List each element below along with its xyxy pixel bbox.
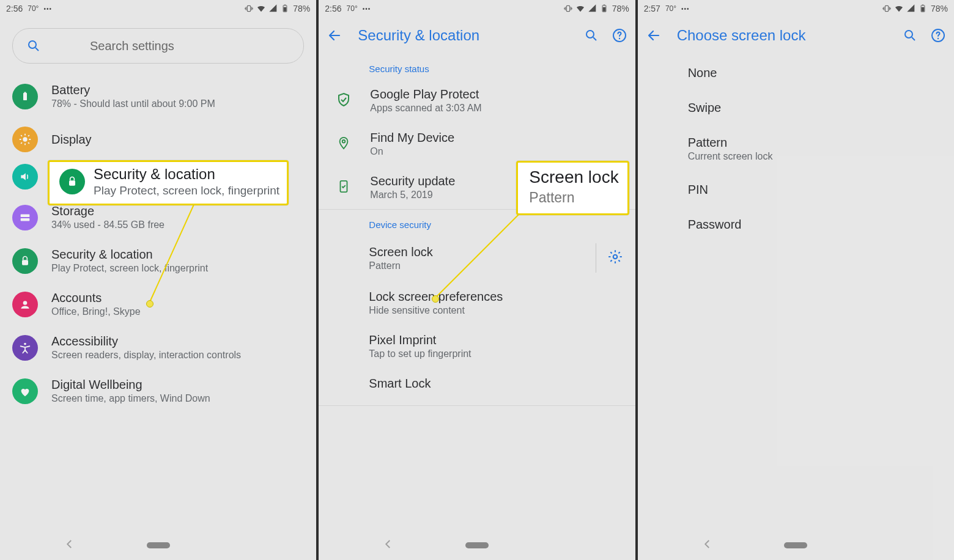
svg-rect-10 <box>22 260 28 265</box>
battery-icon <box>281 4 290 13</box>
item-title: Find My Device <box>370 131 454 145</box>
option-password[interactable]: Password <box>638 205 954 240</box>
search-button[interactable] <box>903 28 917 43</box>
cell-signal-icon <box>268 4 278 13</box>
item-title: Security update <box>370 174 455 188</box>
settings-item-battery[interactable]: Battery 78% - Should last until about 9:… <box>0 75 316 118</box>
option-title: None <box>688 66 942 80</box>
svg-point-19 <box>586 31 594 38</box>
svg-rect-0 <box>248 6 251 11</box>
item-title: Pixel Imprint <box>369 333 623 347</box>
search-settings[interactable]: Search settings <box>12 28 304 64</box>
help-button[interactable] <box>612 28 627 43</box>
wifi-icon <box>575 4 585 13</box>
display-icon <box>12 127 38 152</box>
callout-screen-lock: Screen lock Pattern <box>516 161 629 215</box>
option-pattern[interactable]: Pattern Current screen lock <box>638 123 954 171</box>
item-title: Storage <box>51 204 165 218</box>
item-title: Smart Lock <box>369 377 623 391</box>
item-find-my-device[interactable]: Find My Device On <box>319 122 635 166</box>
svg-rect-8 <box>21 214 30 217</box>
help-button[interactable] <box>931 28 945 43</box>
item-screen-lock[interactable]: Screen lock Pattern <box>319 235 635 281</box>
settings-item-display[interactable]: Display <box>0 118 316 161</box>
svg-point-21 <box>618 38 619 39</box>
cell-signal-icon <box>588 4 597 13</box>
battery-icon <box>600 4 610 13</box>
svg-point-4 <box>29 41 36 48</box>
status-time: 2:56 <box>325 4 341 13</box>
item-smart-lock[interactable]: Smart Lock <box>319 368 635 399</box>
callout-subtitle: Play Protect, screen lock, fingerprint <box>94 184 279 197</box>
status-bar: 2:56 70° ••• 78% <box>319 0 635 17</box>
svg-rect-13 <box>69 180 75 185</box>
option-none[interactable]: None <box>638 54 954 89</box>
settings-item-security-location[interactable]: Security & location Play Protect, screen… <box>0 239 316 282</box>
nav-back-icon[interactable] <box>383 539 394 553</box>
status-battery-pct: 78% <box>293 4 310 13</box>
item-google-play-protect[interactable]: Google Play Protect Apps scanned at 3:03… <box>319 79 635 122</box>
nav-home-pill[interactable] <box>147 542 170 548</box>
gear-icon[interactable] <box>607 249 623 267</box>
svg-rect-9 <box>21 218 30 221</box>
item-subtitle: Tap to set up fingerprint <box>369 348 623 359</box>
item-lock-screen-preferences[interactable]: Lock screen preferences Hide sensitive c… <box>319 281 635 325</box>
svg-rect-2 <box>284 7 287 12</box>
item-subtitle: Pattern <box>369 260 595 271</box>
search-button[interactable] <box>584 28 599 43</box>
svg-point-32 <box>937 38 939 39</box>
cell-signal-icon <box>906 4 916 13</box>
nav-back-icon[interactable] <box>702 539 713 553</box>
item-subtitle: Screen time, app timers, Wind Down <box>51 393 210 404</box>
wifi-icon <box>894 4 904 13</box>
svg-point-12 <box>24 342 26 345</box>
nav-home-pill[interactable] <box>784 542 807 548</box>
section-security-status: Security status <box>319 54 635 79</box>
option-title: Pattern <box>688 136 942 150</box>
shield-check-icon <box>336 92 351 110</box>
option-swipe[interactable]: Swipe <box>638 89 954 123</box>
phone-choose-screen-lock: 2:57 70° ••• 78% Choose screen lock <box>638 0 954 560</box>
item-subtitle: March 5, 2019 <box>370 190 455 201</box>
item-title: Accounts <box>51 291 141 305</box>
page-title: Security & location <box>358 27 479 44</box>
vibrate-icon <box>882 4 892 13</box>
item-pixel-imprint[interactable]: Pixel Imprint Tap to set up fingerprint <box>319 325 635 368</box>
option-title: Password <box>688 218 942 232</box>
back-button[interactable] <box>327 28 342 43</box>
item-subtitle: 78% - Should last until about 9:00 PM <box>51 98 215 109</box>
search-icon <box>26 39 41 53</box>
lock-icon <box>12 248 38 274</box>
status-bar: 2:57 70° ••• 78% <box>638 0 954 17</box>
status-battery-pct: 78% <box>931 4 948 13</box>
option-pin[interactable]: PIN <box>638 171 954 205</box>
settings-item-accounts[interactable]: Accounts Office, Bring!, Skype <box>0 282 316 326</box>
item-subtitle: Apps scanned at 3:03 AM <box>370 103 481 114</box>
nav-back-icon[interactable] <box>64 539 75 553</box>
svg-point-30 <box>905 31 912 38</box>
status-bar: 2:56 70° ••• 78% <box>0 0 316 17</box>
svg-rect-17 <box>602 7 605 12</box>
callout-subtitle: Pattern <box>529 190 618 206</box>
item-title: Accessibility <box>51 334 241 348</box>
callout-title: Screen lock <box>529 168 618 187</box>
wellbeing-icon <box>12 378 38 404</box>
accessibility-icon <box>12 335 38 361</box>
nav-home-pill[interactable] <box>465 542 489 548</box>
status-battery-pct: 78% <box>612 4 629 13</box>
item-subtitle: Play Protect, screen lock, fingerprint <box>51 263 208 274</box>
settings-item-digital-wellbeing[interactable]: Digital Wellbeing Screen time, app timer… <box>0 369 316 413</box>
callout-title: Security & location <box>94 166 279 183</box>
back-button[interactable] <box>646 28 661 43</box>
device-check-icon <box>337 179 350 197</box>
item-title: Battery <box>51 83 215 97</box>
page-title: Choose screen lock <box>677 27 806 44</box>
settings-item-accessibility[interactable]: Accessibility Screen readers, display, i… <box>0 326 316 369</box>
vibrate-icon <box>563 4 573 13</box>
sound-icon <box>12 164 38 190</box>
callout-security-location: Security & location Play Protect, screen… <box>48 160 289 205</box>
svg-point-7 <box>23 137 27 141</box>
svg-rect-6 <box>24 92 26 93</box>
svg-rect-5 <box>23 93 27 100</box>
vibrate-icon <box>244 4 254 13</box>
